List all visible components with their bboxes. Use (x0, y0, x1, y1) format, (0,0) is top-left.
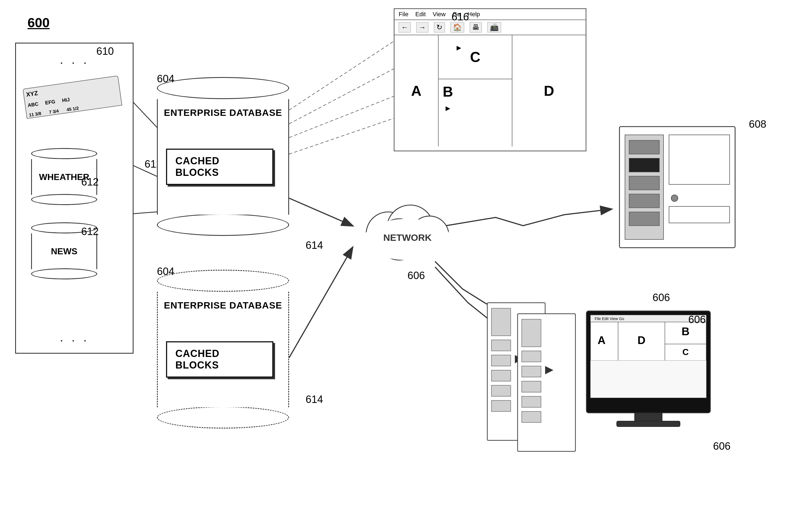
browser-panel-bc: C ► B ► (439, 35, 512, 147)
label-604-bottom: 604 (157, 266, 174, 278)
svg-point-27 (671, 195, 678, 202)
svg-rect-34 (491, 385, 511, 396)
diagram-container: 600 . . . . . . XYZ ABC EFG HIJ 11 3/8 7… (0, 0, 802, 532)
ticker-efg: EFG (45, 99, 56, 106)
panel-b-arrow: ► (439, 104, 512, 113)
cloud-svg: NETWORK (352, 193, 457, 264)
browser-panel-a: A (394, 35, 439, 147)
cached-blocks-label-bottom: CACHED BLOCKS (175, 348, 220, 371)
svg-rect-41 (522, 381, 541, 392)
panel-c-label: C (470, 49, 481, 65)
refresh-button[interactable]: ↻ (434, 22, 445, 33)
panel-d-label: D (544, 82, 554, 99)
svg-text:File Edit View Go: File Edit View Go (595, 317, 624, 321)
server-608 (614, 118, 746, 256)
weather-db-bottom (31, 194, 97, 205)
label-604-top: 604 (157, 73, 174, 85)
svg-line-10 (289, 248, 352, 358)
svg-rect-59 (617, 421, 680, 426)
svg-line-5 (289, 41, 394, 110)
enterprise-db-top: ENTERPRISE DATABASE CACHED BLOCKS (157, 77, 289, 236)
svg-rect-35 (491, 400, 511, 412)
news-db-bottom (31, 268, 97, 279)
label-606-3: 606 (713, 440, 730, 452)
svg-line-8 (289, 118, 394, 154)
clients-svg: File Edit View Go A D B C (476, 289, 724, 528)
svg-text:B: B (682, 325, 690, 337)
forward-button[interactable]: → (416, 22, 428, 33)
ent-db-bottom-ellipse-bot (157, 406, 289, 429)
ticker-abc: ABC (27, 101, 39, 109)
browser-window: File Edit View Go Help ← → ↻ 🏠 🖶 📠 A C (394, 8, 586, 151)
svg-rect-22 (629, 158, 659, 172)
label-612-news: 612 (81, 226, 98, 238)
label-612-weather: 612 (81, 176, 98, 188)
label-606-network: 606 (408, 270, 425, 282)
label-616: 616 (451, 11, 469, 23)
svg-rect-33 (491, 370, 511, 381)
label-614-top: 614 (305, 240, 323, 251)
cached-blocks-bottom: CACHED BLOCKS (166, 341, 274, 378)
browser-toolbar: ← → ↻ 🏠 🖶 📠 (394, 20, 585, 35)
ticker-val2: 11 3/8 (29, 111, 41, 117)
ticker-val4: 45 1/2 (66, 106, 79, 112)
svg-rect-40 (522, 366, 541, 377)
browser-content: A C ► B ► D (394, 35, 585, 147)
browser-panel-d: D (512, 35, 585, 147)
cached-blocks-label-top: CACHED BLOCKS (175, 155, 220, 178)
svg-rect-24 (629, 194, 659, 208)
svg-rect-26 (669, 135, 730, 184)
enterprise-db-bottom: ENTERPRISE DATABASE CACHED BLOCKS (157, 270, 289, 429)
svg-rect-38 (522, 319, 541, 347)
label-600: 600 (27, 15, 50, 30)
back-button[interactable]: ← (399, 22, 411, 33)
data-sources-panel: . . . . . . XYZ ABC EFG HIJ 11 3/8 7 3/4… (15, 43, 133, 354)
ent-db-body-bottom: ENTERPRISE DATABASE CACHED BLOCKS (157, 292, 289, 407)
svg-rect-32 (491, 355, 511, 366)
panel-c-arrow: ► (455, 43, 463, 52)
label-608: 608 (749, 118, 766, 130)
ticker-val3: 7 3/4 (49, 109, 59, 115)
server-svg (614, 118, 746, 256)
menu-view: View (432, 11, 446, 18)
news-label: NEWS (51, 246, 77, 256)
panel-a-label: A (411, 82, 422, 99)
svg-rect-39 (522, 351, 541, 362)
label-606-1: 606 (653, 292, 670, 304)
enterprise-db-label-top: ENTERPRISE DATABASE (164, 107, 282, 118)
svg-rect-42 (522, 396, 541, 407)
label-610: 610 (96, 45, 114, 57)
panel-b-label: B (439, 79, 512, 104)
news-db-body: NEWS (31, 233, 97, 269)
home-button[interactable]: 🏠 (450, 22, 464, 33)
ent-db-top-ellipse (157, 77, 289, 99)
svg-rect-43 (522, 412, 541, 422)
ticker-hij: HIJ (62, 97, 70, 104)
browser-menubar: File Edit View Go Help (394, 9, 585, 20)
cached-blocks-top: CACHED BLOCKS (166, 149, 274, 185)
menu-file: File (399, 11, 408, 18)
browser-panel-b: B ► (439, 79, 512, 147)
menu-edit: Edit (415, 11, 426, 18)
browser-panel-c: C ► (439, 35, 512, 79)
dots-bottom: . . . (60, 329, 89, 345)
svg-text:A: A (598, 334, 606, 346)
svg-line-7 (289, 96, 394, 138)
svg-rect-57 (591, 361, 706, 398)
ticker-tape: XYZ ABC EFG HIJ 11 3/8 7 3/4 45 1/2 (23, 75, 122, 119)
svg-rect-30 (491, 308, 511, 336)
label-614-bottom: 614 (305, 394, 323, 405)
fax-button[interactable]: 📠 (487, 22, 501, 33)
svg-line-9 (289, 198, 352, 226)
svg-line-6 (289, 69, 394, 124)
svg-text:C: C (682, 347, 689, 357)
ent-db-body-top: ENTERPRISE DATABASE CACHED BLOCKS (157, 99, 289, 215)
clients-group: File Edit View Go A D B C (476, 289, 724, 528)
network-cloud: NETWORK (352, 193, 457, 265)
dots-top: . . . (60, 52, 89, 67)
ent-db-bottom-ellipse-top (157, 214, 289, 236)
svg-rect-31 (491, 340, 511, 351)
print-button[interactable]: 🖶 (470, 22, 482, 33)
enterprise-db-label-bottom: ENTERPRISE DATABASE (164, 300, 282, 311)
svg-rect-25 (629, 212, 659, 226)
